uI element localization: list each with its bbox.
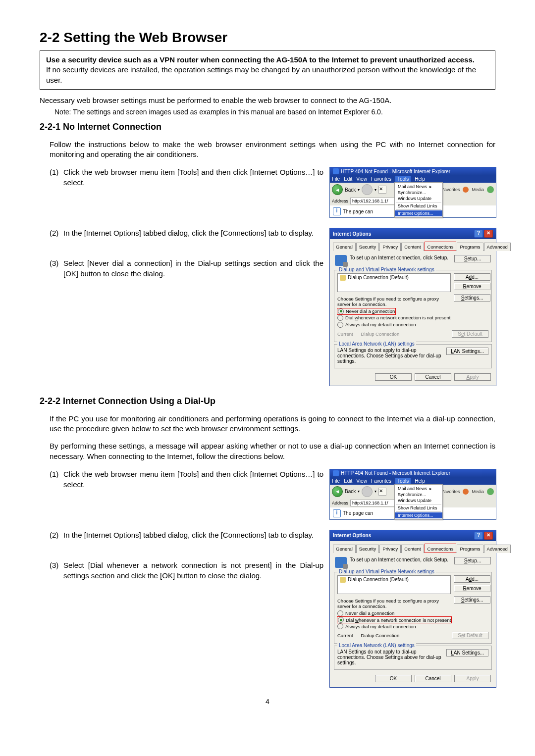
fav-label[interactable]: Favorites <box>441 187 460 192</box>
dialup-legend: Dial-up and Virtual Private Network sett… <box>337 267 436 272</box>
forward-button-icon[interactable] <box>362 184 373 195</box>
help-button-icon[interactable]: ? <box>474 532 483 540</box>
radio-icon <box>337 610 343 616</box>
ok-button[interactable]: OK <box>375 675 412 682</box>
back-button-icon[interactable]: ◄ <box>332 486 343 497</box>
set-default-button: Set Default <box>452 632 488 639</box>
menu-favorites[interactable]: Favorites <box>371 176 391 182</box>
menu-favorites[interactable]: Favorites <box>371 478 391 484</box>
tab-general[interactable]: General <box>333 545 356 553</box>
warning-bold: Use a security device such as a VPN rout… <box>46 55 475 64</box>
ie-title-text: HTTP 404 Not Found - Microsoft Internet … <box>341 169 450 174</box>
remove-button[interactable]: Remove <box>454 283 490 290</box>
internet-options-dialog-1: Internet Options ? ✕ General Security Pr… <box>329 228 496 386</box>
setup-button[interactable]: Setup... <box>454 255 491 262</box>
menu-file[interactable]: File <box>332 478 340 484</box>
dd-internet-options[interactable]: Internet Options... <box>395 210 442 216</box>
tab-general[interactable]: General <box>333 243 356 251</box>
dd-mail[interactable]: Mail and News ▸ <box>395 486 442 492</box>
dd-related[interactable]: Show Related Links <box>395 203 442 209</box>
dialup-listbox[interactable]: Dialup Connection (Default) <box>337 273 451 292</box>
dd-mail[interactable]: Mail and News ▸ <box>395 184 442 190</box>
tab-advanced[interactable]: Advanced <box>484 243 511 251</box>
tab-programs[interactable]: Programs <box>457 545 483 553</box>
history-icon[interactable] <box>487 488 494 495</box>
tab-privacy[interactable]: Privacy <box>379 243 401 251</box>
sec221-step3: Select [Never dial a connection] in the … <box>63 258 323 279</box>
ie-window-screenshot-1: HTTP 404 Not Found - Microsoft Internet … <box>329 167 496 218</box>
dd-wu[interactable]: Windows Update <box>395 196 442 202</box>
step-num-2: (2) <box>50 228 63 238</box>
cancel-button[interactable]: Cancel <box>415 675 451 682</box>
step-num-3: (3) <box>50 258 63 279</box>
back-button-icon[interactable]: ◄ <box>332 184 343 195</box>
choose-text: Choose Settings if you need to configure… <box>337 296 451 307</box>
menu-view[interactable]: View <box>356 176 367 182</box>
menu-help[interactable]: Help <box>415 478 425 484</box>
setup-button[interactable]: Setup... <box>454 557 491 564</box>
info-icon: i <box>333 509 341 517</box>
menu-edit[interactable]: Edit <box>344 176 352 182</box>
tab-programs[interactable]: Programs <box>457 243 483 251</box>
settings-button[interactable]: Settings... <box>454 294 490 302</box>
radio-dial-whenever[interactable]: Dial whenever a network connection is no… <box>337 314 488 321</box>
menu-file[interactable]: File <box>332 176 340 182</box>
dialup-fieldset: Dial-up and Virtual Private Network sett… <box>334 270 492 342</box>
menu-help[interactable]: Help <box>415 176 425 182</box>
menu-edit[interactable]: Edit <box>344 478 352 484</box>
radio-always-dial[interactable]: Always dial my default connection <box>337 321 488 328</box>
lan-settings-button[interactable]: LAN Settings... <box>446 649 488 656</box>
tab-security[interactable]: Security <box>356 243 379 251</box>
dialup-listbox[interactable]: Dialup Connection (Default) <box>337 575 451 594</box>
ie-titlebar: HTTP 404 Not Found - Microsoft Internet … <box>330 167 496 175</box>
cancel-button[interactable]: Cancel <box>415 373 451 381</box>
menu-view[interactable]: View <box>356 478 367 484</box>
dd-related[interactable]: Show Related Links <box>395 505 442 511</box>
tab-advanced[interactable]: Advanced <box>484 545 511 553</box>
sec221-body: Follow the instructions below to make th… <box>40 140 495 160</box>
help-button-icon[interactable]: ? <box>474 230 483 238</box>
radio-dial-whenever[interactable]: Dial whenever a network connection is no… <box>337 617 451 623</box>
ie-logo-icon <box>333 168 339 174</box>
settings-button[interactable]: Settings... <box>454 596 490 604</box>
close-button-icon[interactable]: ✕ <box>484 230 493 238</box>
dd-sync[interactable]: Synchronize... <box>395 492 442 498</box>
add-button[interactable]: Add... <box>454 575 490 583</box>
lan-settings-button[interactable]: LAN Settings... <box>446 348 488 355</box>
tab-privacy[interactable]: Privacy <box>379 545 401 553</box>
lan-legend: Local Area Network (LAN) settings <box>337 341 416 347</box>
radio-icon <box>337 322 343 328</box>
apply-button: Apply <box>454 675 491 682</box>
media-label[interactable]: Media <box>472 187 484 192</box>
radio-never-dial[interactable]: Never dial a connection <box>337 308 395 314</box>
stop-button-icon[interactable]: ✕ <box>378 186 386 194</box>
tab-security[interactable]: Security <box>356 545 379 553</box>
tab-content[interactable]: Content <box>401 243 424 251</box>
tab-connections[interactable]: Connections <box>425 242 457 251</box>
add-button[interactable]: Add... <box>454 273 490 281</box>
globe-icon <box>335 255 347 266</box>
radio-never-dial[interactable]: Never dial a connection <box>337 610 488 617</box>
close-button-icon[interactable]: ✕ <box>484 532 493 540</box>
forward-button-icon[interactable] <box>362 486 373 497</box>
warning-rest: If no security devices are installed, th… <box>46 65 476 84</box>
dd-internet-options[interactable]: Internet Options... <box>395 512 442 518</box>
radio-icon <box>337 623 343 629</box>
setup-text: To set up an Internet connection, click … <box>350 255 451 260</box>
history-icon[interactable] <box>487 186 494 193</box>
menu-tools[interactable]: Tools <box>395 176 411 182</box>
stop-button-icon[interactable]: ✕ <box>378 488 386 496</box>
ie-menubar: File Edit View Favorites Tools Help <box>330 175 496 183</box>
dd-wu[interactable]: Windows Update <box>395 498 442 504</box>
radio-always-dial[interactable]: Always dial my default connection <box>337 623 488 630</box>
menu-tools[interactable]: Tools <box>395 478 411 484</box>
remove-button[interactable]: Remove <box>454 585 490 592</box>
radio-icon <box>338 617 344 623</box>
info-icon: i <box>333 207 341 215</box>
ok-button[interactable]: OK <box>375 373 412 381</box>
sec222-title: 2-2-2 Internet Connection Using a Dial-U… <box>40 396 495 406</box>
dd-sync[interactable]: Synchronize... <box>395 190 442 196</box>
tab-connections[interactable]: Connections <box>425 544 457 553</box>
tab-content[interactable]: Content <box>401 545 424 553</box>
sec221-step2: In the [Internet Options] tabbed dialog,… <box>63 228 323 238</box>
